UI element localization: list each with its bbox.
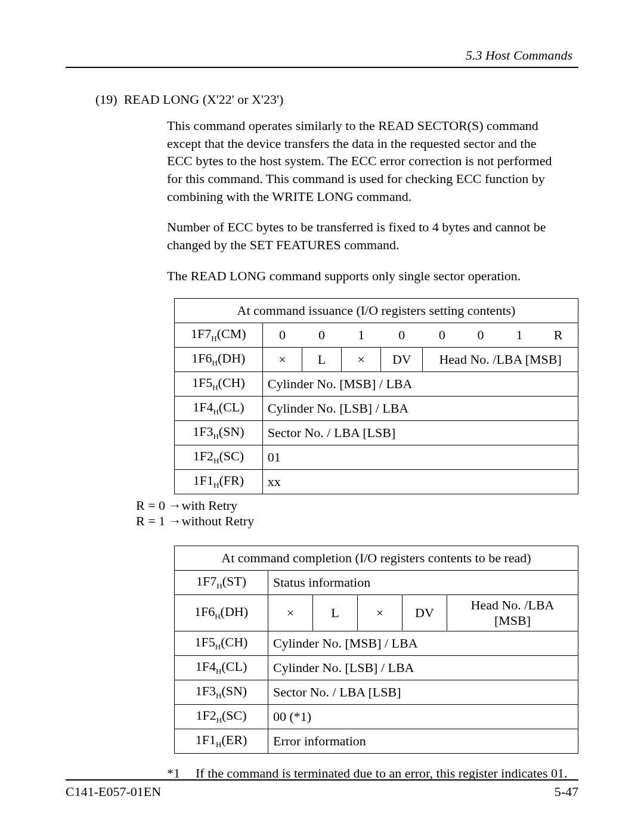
retry-line: R = 1 →without Retry <box>136 513 578 529</box>
data-cell: Head No. /LBA [MSB] <box>423 347 578 371</box>
register-label: 1F3H(SN) <box>175 680 268 704</box>
table-row: 1F4H(CL) Cylinder No. [LSB] / LBA <box>175 396 578 420</box>
table-row: 1F1H(FR) xx <box>175 469 578 494</box>
footnote-text: If the command is terminated due to an e… <box>196 766 567 781</box>
register-label: 1F2H(SC) <box>175 704 268 729</box>
bit-cell: 0 <box>381 323 423 347</box>
data-cell: Sector No. / LBA [LSB] <box>268 680 578 704</box>
data-cell: Cylinder No. [MSB] / LBA <box>262 371 578 396</box>
register-label: 1F4H(CL) <box>175 655 268 680</box>
table-row: 1F7H(ST) Status information <box>175 570 578 594</box>
bit-cell: L <box>302 347 341 371</box>
bit-cell: 1 <box>500 323 539 347</box>
bit-cell: 0 <box>462 323 500 347</box>
bit-cell: DV <box>402 594 447 631</box>
data-cell: Status information <box>268 570 578 594</box>
register-label: 1F5H(CH) <box>175 631 268 655</box>
table-row: 1F2H(SC) 01 <box>175 445 578 469</box>
register-label: 1F4H(CL) <box>175 396 263 420</box>
section-heading: (19) READ LONG (X'22' or X'23') <box>95 92 578 107</box>
register-label: 1F1H(FR) <box>175 469 263 494</box>
register-label: 1F7H(CM) <box>175 323 263 347</box>
footer-rule <box>66 779 578 781</box>
register-label: 1F6H(DH) <box>175 594 268 631</box>
bit-cell: × <box>358 594 402 631</box>
retry-line: R = 0 →with Retry <box>136 498 578 513</box>
table-title: At command issuance (I/O registers setti… <box>175 298 578 323</box>
running-header: 5.3 Host Commands <box>66 48 578 63</box>
bit-cell: 0 <box>423 323 462 347</box>
register-label: 1F6H(DH) <box>175 347 263 371</box>
data-cell: Head No. /LBA [MSB] <box>447 594 578 631</box>
table-row: 1F6H(DH) × L × DV Head No. /LBA [MSB] <box>175 594 578 631</box>
section-number: (19) <box>95 92 117 107</box>
data-cell: xx <box>262 469 578 494</box>
table-row: 1F3H(SN) Sector No. / LBA [LSB] <box>175 420 578 445</box>
data-cell: Cylinder No. [MSB] / LBA <box>268 631 578 655</box>
footer-left: C141-E057-01EN <box>66 784 161 800</box>
page-footer: C141-E057-01EN 5-47 <box>66 779 578 800</box>
section-title-text: READ LONG (X'22' or X'23') <box>124 92 284 107</box>
data-cell: Cylinder No. [LSB] / LBA <box>268 655 578 680</box>
data-cell: Cylinder No. [LSB] / LBA <box>262 396 578 420</box>
register-label: 1F2H(SC) <box>175 445 263 469</box>
paragraph: Number of ECC bytes to be transferred is… <box>167 218 564 253</box>
footnote: *1 If the command is terminated due to a… <box>167 766 578 781</box>
data-cell: 00 (*1) <box>268 704 578 729</box>
bit-cell: DV <box>381 347 423 371</box>
data-cell: 01 <box>262 445 578 469</box>
bit-cell: 0 <box>302 323 341 347</box>
bit-cell: R <box>538 323 578 347</box>
retry-note: R = 0 →with Retry R = 1 →without Retry <box>136 498 578 529</box>
table-row: 1F5H(CH) Cylinder No. [MSB] / LBA <box>175 631 578 655</box>
register-table-completion: At command completion (I/O registers con… <box>174 546 578 754</box>
bit-cell: L <box>313 594 358 631</box>
footer-right: 5-47 <box>555 784 578 800</box>
bit-cell: 0 <box>262 323 302 347</box>
header-rule <box>66 67 578 68</box>
table-row: 1F2H(SC) 00 (*1) <box>175 704 578 729</box>
bit-cell: × <box>262 347 302 371</box>
register-label: 1F5H(CH) <box>175 371 263 396</box>
table-row: 1F3H(SN) Sector No. / LBA [LSB] <box>175 680 578 704</box>
footnote-mark: *1 <box>167 766 196 781</box>
register-table-issuance: At command issuance (I/O registers setti… <box>174 298 578 494</box>
bit-cell: × <box>342 347 381 371</box>
register-label: 1F3H(SN) <box>175 420 263 445</box>
table-row: 1F7H(CM) 0 0 1 0 0 0 1 R <box>175 323 578 347</box>
register-label: 1F7H(ST) <box>175 570 268 594</box>
table-title: At command completion (I/O registers con… <box>175 546 578 570</box>
data-cell: Error information <box>268 729 578 753</box>
paragraph: The READ LONG command supports only sing… <box>167 267 564 285</box>
page: 5.3 Host Commands (19) READ LONG (X'22' … <box>0 0 644 833</box>
paragraph: This command operates similarly to the R… <box>167 117 564 205</box>
table-row: 1F6H(DH) × L × DV Head No. /LBA [MSB] <box>175 347 578 371</box>
bit-cell: × <box>268 594 313 631</box>
register-label: 1F1H(ER) <box>175 729 268 753</box>
table-row: 1F1H(ER) Error information <box>175 729 578 753</box>
bit-cell: 1 <box>342 323 381 347</box>
table-row: 1F4H(CL) Cylinder No. [LSB] / LBA <box>175 655 578 680</box>
data-cell: Sector No. / LBA [LSB] <box>262 420 578 445</box>
table-row: 1F5H(CH) Cylinder No. [MSB] / LBA <box>175 371 578 396</box>
